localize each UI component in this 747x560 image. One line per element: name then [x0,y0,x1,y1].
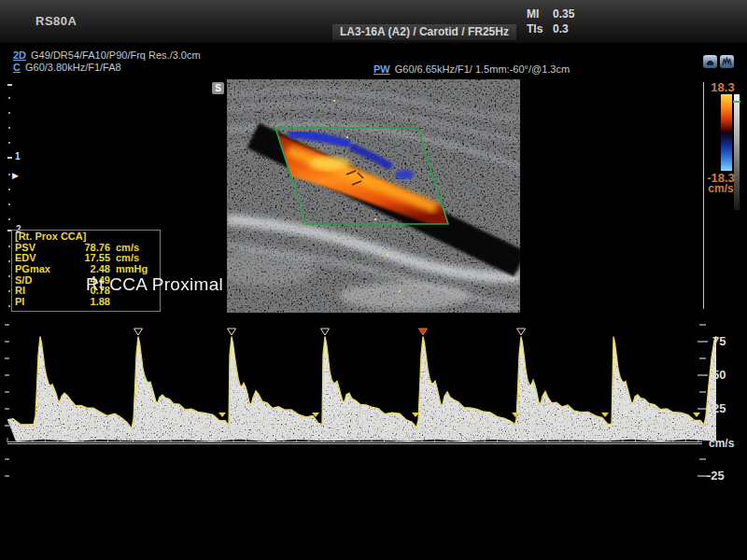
pw-mode-params: G60/6.65kHz/F1/ 1.5mm:-60°/@1.3cm [395,63,570,75]
measurement-results-panel: [Rt. Prox CCA] PSV78.76cm/s EDV17.55cm/s… [11,230,161,312]
body-marker-icon[interactable] [720,55,734,68]
grayscale-marker-tick [733,101,740,103]
scale-unit-label: cm/s [709,437,735,450]
pw-mode-label[interactable]: PW [374,63,390,75]
mi-label: MI [527,7,553,21]
scale-label-neg25: -25 [707,469,725,483]
acoustic-output-indices: MI0.35 TIs0.3 [527,7,574,36]
colorbar-unit-label: cm/s [700,182,741,195]
image-right-border-line [703,82,704,309]
pw-mode-params-line: PWG60/6.65kHz/F1/ 1.5mm:-60°/@1.3cm [374,63,570,75]
tis-label: TIs [527,21,553,36]
body-marker-icon-glyph [722,57,732,66]
results-title: [Rt. Prox CCA] [12,231,160,243]
probe-icon[interactable] [703,55,717,68]
colorbar-max-label: 18.3 [704,80,741,94]
probe-icon-glyph [705,57,715,66]
bmode-image[interactable] [227,79,520,313]
tis-value: 0.3 [553,22,569,35]
b-mode-params-line: 2DG49/DR54/FA10/P90/Frq Res./3.0cm [13,49,201,61]
focus-marker-arrow: ▶ [12,171,19,180]
image-annotation-text[interactable]: Rt CCA Proximal [86,274,223,295]
b-mode-params: G49/DR54/FA10/P90/Frq Res./3.0cm [31,49,201,61]
result-row-pgmax: PGmax2.48mmHg [12,264,160,275]
mi-value: 0.35 [553,7,574,21]
spectral-doppler-display[interactable]: 75 50 25 cm/s -25 [0,315,747,493]
result-row-pi: PI1.88 [12,297,160,308]
color-mode-params: G60/3.80kHz/F1/FA8 [25,62,121,73]
top-status-bar: RS80A LA3-16A (A2) / Carotid / FR25Hz MI… [0,0,747,43]
color-doppler-scale-bar [721,94,732,171]
spectral-speckle [0,315,747,493]
ultrasound-screen: RS80A LA3-16A (A2) / Carotid / FR25Hz MI… [0,0,747,560]
bmode-canvas [227,79,520,313]
color-mode-params-line: CG60/3.80kHz/F1/FA8 [13,62,121,73]
orientation-marker-badge: S [212,82,224,94]
machine-model: RS80A [35,14,77,28]
scale-label-50: 50 [712,368,726,382]
scale-label-75: 75 [712,334,726,348]
probe-preset-info: LA3-16A (A2) / Carotid / FR25Hz [332,24,516,40]
depth-label-1: 1 [15,151,21,161]
scale-label-25: 25 [712,401,726,415]
